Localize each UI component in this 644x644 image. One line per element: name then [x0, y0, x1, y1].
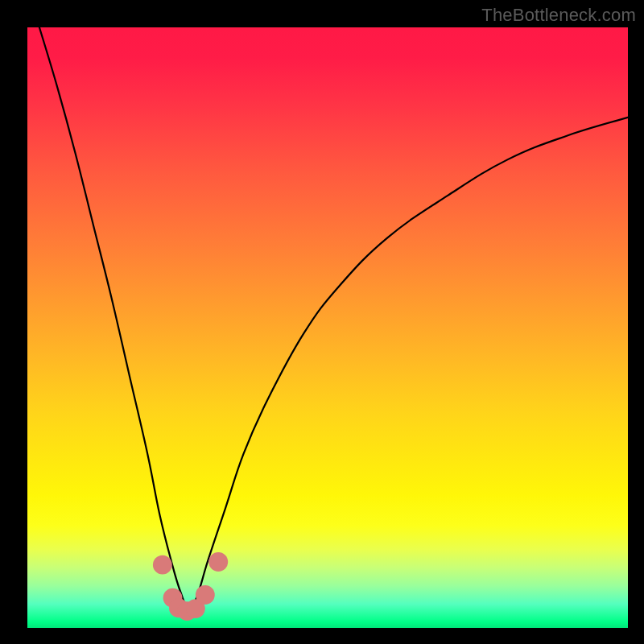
marker-right-inner: [196, 585, 215, 605]
chart-frame: TheBottleneck.com: [0, 0, 644, 644]
plot-area: [27, 27, 628, 628]
marker-right-outer: [208, 552, 228, 572]
bottleneck-curve: [39, 27, 628, 610]
attribution-text: TheBottleneck.com: [481, 5, 636, 26]
chart-svg: [27, 27, 628, 628]
bottleneck-markers: [153, 552, 228, 621]
marker-left-outer: [153, 555, 172, 575]
